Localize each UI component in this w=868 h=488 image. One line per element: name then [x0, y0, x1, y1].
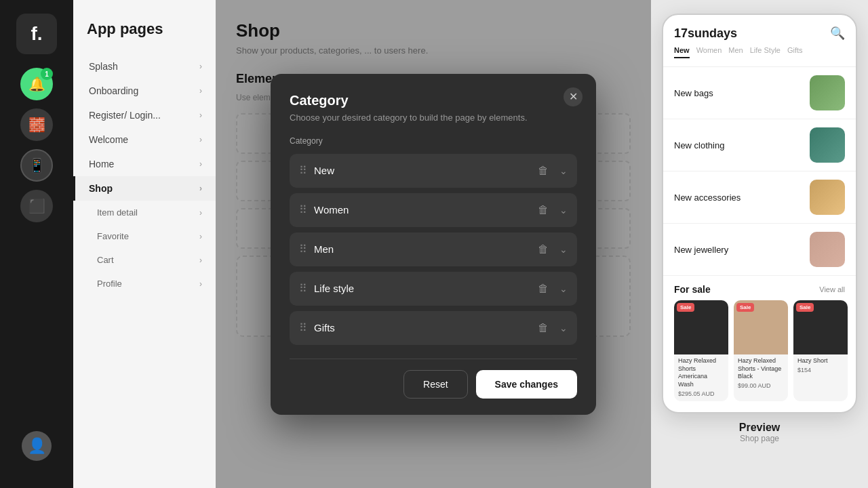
delete-icon[interactable]: 🗑	[534, 203, 553, 218]
delete-icon[interactable]: 🗑	[534, 163, 553, 178]
drag-handle-icon[interactable]: ⠿	[299, 243, 307, 256]
chevron-down-icon[interactable]: ⌄	[559, 165, 568, 176]
product-card-name: Hazy Relaxed Shorts Americana Wash	[678, 357, 724, 389]
product-thumb	[810, 127, 845, 163]
category-label: Men	[314, 243, 527, 255]
delete-icon[interactable]: 🗑	[534, 321, 553, 336]
product-card-info: Hazy Relaxed Shorts - Vintage Black $99.…	[734, 354, 788, 393]
product-card-2[interactable]: Sale Hazy Relaxed Shorts - Vintage Black…	[734, 300, 788, 401]
preview-label-area: Preview Shop page	[662, 422, 857, 443]
nav-item-cart[interactable]: Cart ›	[73, 248, 216, 272]
phone-tabs: New Women Men Life Style Gifts	[663, 46, 856, 67]
chevron-icon: ›	[199, 110, 202, 120]
drag-handle-icon[interactable]: ⠿	[299, 203, 307, 216]
product-card-price: $154	[797, 367, 844, 373]
dialog-overlay: Category Choose your desired category to…	[216, 0, 651, 488]
chevron-icon: ›	[199, 256, 202, 265]
phone-header: 17sundays 🔍	[663, 15, 856, 46]
preview-sublabel: Shop page	[662, 434, 857, 443]
chevron-icon: ›	[199, 208, 202, 218]
category-list: ⠿ New 🗑 ⌄ ⠿ Women 🗑 ⌄ ⠿ Men 🗑 ⌄	[290, 154, 577, 345]
nav-item-splash[interactable]: Splash ›	[73, 54, 216, 79]
reset-button[interactable]: Reset	[403, 370, 468, 399]
sidebar-icon-phone[interactable]: 📱	[20, 149, 53, 182]
product-card-info: Hazy Relaxed Shorts Americana Wash $295.…	[674, 354, 728, 401]
dialog-section-label: Category	[290, 136, 577, 146]
chevron-icon: ›	[199, 184, 202, 193]
product-grid: Sale Hazy Relaxed Shorts Americana Wash …	[663, 300, 856, 412]
product-name: New clothing	[674, 140, 724, 150]
nav-item-onboarding[interactable]: Onboarding ›	[73, 79, 216, 103]
category-dialog: Category Choose your desired category to…	[271, 74, 596, 415]
sidebar: f. 🔔 1 🧱 📱 ⬛ 👤	[0, 0, 73, 488]
product-thumb	[810, 75, 845, 110]
product-card-name: Hazy Short	[797, 357, 844, 365]
sale-badge: Sale	[677, 303, 694, 312]
nav-item-register[interactable]: Register/ Login... ›	[73, 103, 216, 127]
chevron-down-icon[interactable]: ⌄	[559, 283, 568, 294]
category-item-men[interactable]: ⠿ Men 🗑 ⌄	[290, 232, 577, 266]
category-item-women[interactable]: ⠿ Women 🗑 ⌄	[290, 193, 577, 227]
dialog-title: Category	[290, 93, 577, 108]
chevron-down-icon[interactable]: ⌄	[559, 323, 568, 333]
chevron-icon: ›	[199, 279, 202, 289]
search-icon[interactable]: 🔍	[830, 26, 845, 41]
product-card-price: $295.05 AUD	[678, 390, 724, 397]
user-avatar[interactable]: 👤	[22, 431, 52, 461]
brand-name: 17sundays	[674, 26, 737, 41]
dialog-subtitle: Choose your desired category to build th…	[290, 113, 577, 123]
drag-handle-icon[interactable]: ⠿	[299, 282, 307, 295]
phone-tab-new[interactable]: New	[674, 46, 690, 58]
save-changes-button[interactable]: Save changes	[476, 370, 577, 399]
product-thumb	[810, 232, 845, 267]
dialog-close-button[interactable]: ✕	[564, 87, 583, 106]
chevron-icon: ›	[199, 62, 202, 71]
view-all-link[interactable]: View all	[819, 285, 845, 293]
dialog-actions: Reset Save changes	[290, 370, 577, 399]
nav-item-item-detail[interactable]: Item detail ›	[73, 201, 216, 224]
phone-tab-lifestyle[interactable]: Life Style	[750, 46, 781, 58]
product-name: New jewellery	[674, 245, 728, 255]
chevron-icon: ›	[199, 135, 202, 144]
drag-handle-icon[interactable]: ⠿	[299, 164, 307, 177]
drag-handle-icon[interactable]: ⠿	[299, 321, 307, 334]
sale-badge: Sale	[796, 303, 814, 312]
nav-item-welcome[interactable]: Welcome ›	[73, 127, 216, 152]
product-item-accessories[interactable]: New accessories	[663, 171, 856, 224]
delete-icon[interactable]: 🗑	[534, 281, 553, 296]
product-name: New accessories	[674, 192, 741, 203]
nav-item-shop[interactable]: Shop ›	[73, 176, 216, 201]
product-item-clothing[interactable]: New clothing	[663, 119, 856, 171]
sidebar-icon-layers[interactable]: 🧱	[20, 108, 53, 141]
nav-panel: App pages Splash › Onboarding › Register…	[73, 0, 216, 488]
sidebar-bottom: 👤	[22, 431, 52, 474]
chevron-down-icon[interactable]: ⌄	[559, 244, 568, 255]
category-item-gifts[interactable]: ⠿ Gifts 🗑 ⌄	[290, 311, 577, 345]
product-item-bags[interactable]: New bags	[663, 67, 856, 119]
preview-label: Preview	[662, 422, 857, 434]
app-logo[interactable]: f.	[16, 14, 57, 54]
category-label: Women	[314, 204, 527, 216]
phone-tab-men[interactable]: Men	[728, 46, 743, 58]
chevron-down-icon[interactable]: ⌄	[559, 205, 568, 216]
product-item-jewellery[interactable]: New jewellery	[663, 224, 856, 276]
category-label: Life style	[314, 283, 527, 294]
for-sale-header: For sale View all	[663, 276, 856, 300]
chevron-icon: ›	[199, 232, 202, 241]
nav-item-favorite[interactable]: Favorite ›	[73, 224, 216, 248]
phone-tab-gifts[interactable]: Gifts	[787, 46, 803, 58]
sidebar-icons: 🔔 1 🧱 📱 ⬛	[20, 68, 53, 431]
chevron-icon: ›	[199, 159, 202, 169]
nav-item-home[interactable]: Home ›	[73, 152, 216, 176]
delete-icon[interactable]: 🗑	[534, 242, 553, 257]
category-label: Gifts	[314, 322, 527, 333]
category-item-new[interactable]: ⠿ New 🗑 ⌄	[290, 154, 577, 188]
chevron-icon: ›	[199, 86, 202, 96]
product-card-3[interactable]: Sale Hazy Short $154	[793, 300, 848, 401]
nav-item-profile[interactable]: Profile ›	[73, 272, 216, 296]
phone-tab-women[interactable]: Women	[696, 46, 722, 58]
sidebar-icon-stack[interactable]: ⬛	[20, 190, 53, 222]
category-item-lifestyle[interactable]: ⠿ Life style 🗑 ⌄	[290, 272, 577, 306]
product-card-1[interactable]: Sale Hazy Relaxed Shorts Americana Wash …	[674, 300, 728, 401]
sidebar-icon-notification[interactable]: 🔔 1	[20, 68, 53, 100]
